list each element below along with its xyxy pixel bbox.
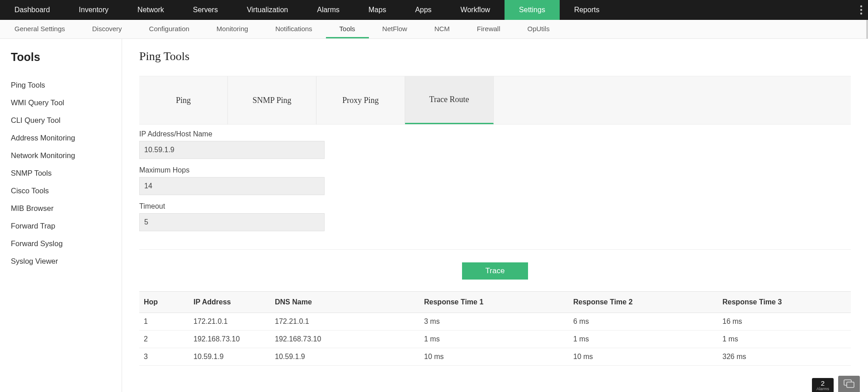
sidebar-item-ping-tools[interactable]: Ping Tools: [11, 76, 111, 94]
cell-hop: 1: [139, 313, 189, 331]
th-rt3: Response Time 3: [718, 292, 851, 313]
cell-rt1: 3 ms: [420, 313, 569, 331]
cell-rt3: 16 ms: [718, 313, 851, 331]
sidebar-item-network-monitoring[interactable]: Network Monitoring: [11, 147, 111, 164]
svg-point-2: [860, 13, 862, 14]
cell-rt1: 10 ms: [420, 348, 569, 366]
subnav-ncm[interactable]: NCM: [421, 20, 463, 38]
sidebar-item-snmp-tools[interactable]: SNMP Tools: [11, 164, 111, 182]
subnav-configuration[interactable]: Configuration: [136, 20, 203, 38]
cell-ip: 192.168.73.10: [189, 331, 270, 348]
nav-dashboard[interactable]: Dashboard: [0, 0, 64, 20]
sidebar: Tools Ping Tools WMI Query Tool CLI Quer…: [0, 39, 122, 392]
sidebar-item-mib-browser[interactable]: MIB Browser: [11, 200, 111, 217]
nav-alarms[interactable]: Alarms: [302, 0, 354, 20]
bottom-float: 2 Alarms: [812, 376, 860, 392]
field-timeout: Timeout: [139, 202, 851, 231]
alarm-label: Alarms: [812, 387, 834, 391]
th-hop: Hop: [139, 292, 189, 313]
subnav-monitoring[interactable]: Monitoring: [203, 20, 262, 38]
sidebar-item-cli-query-tool[interactable]: CLI Query Tool: [11, 112, 111, 129]
scrollbar-hint: [866, 20, 868, 39]
tab-proxy-ping[interactable]: Proxy Ping: [316, 76, 405, 124]
nav-maps[interactable]: Maps: [354, 0, 401, 20]
subnav-notifications[interactable]: Notifications: [262, 20, 326, 38]
sidebar-item-address-monitoring[interactable]: Address Monitoring: [11, 129, 111, 147]
label-hops: Maximum Hops: [139, 166, 851, 174]
tab-snmp-ping[interactable]: SNMP Ping: [228, 76, 316, 124]
alarm-count: 2: [812, 380, 834, 387]
alarm-badge[interactable]: 2 Alarms: [812, 378, 834, 392]
cell-rt2: 10 ms: [569, 348, 718, 366]
table-row: 2 192.168.73.10 192.168.73.10 1 ms 1 ms …: [139, 331, 851, 348]
main-content: Ping Tools Ping SNMP Ping Proxy Ping Tra…: [122, 39, 868, 392]
table-header-row: Hop IP Address DNS Name Response Time 1 …: [139, 292, 851, 313]
sidebar-item-forward-syslog[interactable]: Forward Syslog: [11, 235, 111, 252]
cell-ip: 172.21.0.1: [189, 313, 270, 331]
chat-button[interactable]: [838, 376, 860, 392]
subnav-general-settings[interactable]: General Settings: [0, 20, 79, 38]
cell-hop: 2: [139, 331, 189, 348]
sidebar-item-cisco-tools[interactable]: Cisco Tools: [11, 182, 111, 200]
nav-servers[interactable]: Servers: [179, 0, 232, 20]
th-ip: IP Address: [189, 292, 270, 313]
cell-rt3: 326 ms: [718, 348, 851, 366]
label-timeout: Timeout: [139, 202, 851, 210]
more-menu-button[interactable]: [860, 0, 863, 20]
nav-virtualization[interactable]: Virtualization: [232, 0, 302, 20]
cell-rt1: 1 ms: [420, 331, 569, 348]
more-vertical-icon: [860, 5, 863, 15]
subnav-discovery[interactable]: Discovery: [79, 20, 136, 38]
field-ip: IP Address/Host Name: [139, 130, 851, 159]
top-nav: Dashboard Inventory Network Servers Virt…: [0, 0, 868, 20]
trace-button[interactable]: Trace: [462, 262, 528, 280]
cell-hop: 3: [139, 348, 189, 366]
page-title: Ping Tools: [139, 50, 851, 63]
table-row: 3 10.59.1.9 10.59.1.9 10 ms 10 ms 326 ms: [139, 348, 851, 366]
nav-apps[interactable]: Apps: [401, 0, 446, 20]
sidebar-item-wmi-query-tool[interactable]: WMI Query Tool: [11, 94, 111, 112]
sub-nav: General Settings Discovery Configuration…: [0, 20, 868, 39]
input-hops[interactable]: [139, 177, 325, 195]
tab-ping[interactable]: Ping: [139, 76, 228, 124]
th-rt2: Response Time 2: [569, 292, 718, 313]
label-ip: IP Address/Host Name: [139, 130, 851, 138]
nav-network[interactable]: Network: [123, 0, 179, 20]
nav-workflow[interactable]: Workflow: [446, 0, 505, 20]
nav-reports[interactable]: Reports: [560, 0, 614, 20]
svg-point-0: [860, 5, 862, 7]
th-rt1: Response Time 1: [420, 292, 569, 313]
nav-settings[interactable]: Settings: [505, 0, 560, 20]
chat-icon: [844, 379, 854, 388]
cell-rt2: 6 ms: [569, 313, 718, 331]
tab-trace-route[interactable]: Trace Route: [405, 76, 494, 124]
field-hops: Maximum Hops: [139, 166, 851, 195]
sidebar-item-forward-trap[interactable]: Forward Trap: [11, 217, 111, 235]
sidebar-item-syslog-viewer[interactable]: Syslog Viewer: [11, 252, 111, 270]
th-dns: DNS Name: [270, 292, 420, 313]
ping-tools-tabs: Ping SNMP Ping Proxy Ping Trace Route: [139, 76, 851, 125]
input-ip[interactable]: [139, 141, 325, 159]
form-divider: [139, 249, 851, 250]
svg-rect-4: [847, 382, 854, 387]
subnav-tools[interactable]: Tools: [326, 20, 369, 38]
subnav-oputils[interactable]: OpUtils: [514, 20, 563, 38]
subnav-netflow[interactable]: NetFlow: [369, 20, 421, 38]
nav-inventory[interactable]: Inventory: [64, 0, 123, 20]
subnav-firewall[interactable]: Firewall: [463, 20, 514, 38]
cell-dns: 172.21.0.1: [270, 313, 420, 331]
cell-rt2: 1 ms: [569, 331, 718, 348]
trace-results-table: Hop IP Address DNS Name Response Time 1 …: [139, 291, 851, 366]
svg-point-1: [860, 9, 862, 11]
cell-rt3: 1 ms: [718, 331, 851, 348]
input-timeout[interactable]: [139, 213, 325, 231]
cell-ip: 10.59.1.9: [189, 348, 270, 366]
cell-dns: 10.59.1.9: [270, 348, 420, 366]
sidebar-title: Tools: [11, 51, 111, 64]
table-row: 1 172.21.0.1 172.21.0.1 3 ms 6 ms 16 ms: [139, 313, 851, 331]
cell-dns: 192.168.73.10: [270, 331, 420, 348]
